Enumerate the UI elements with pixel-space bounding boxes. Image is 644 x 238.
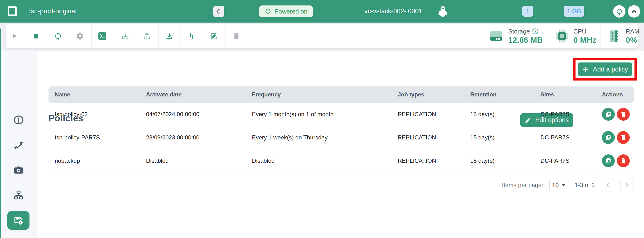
column-header-name: Name [48, 86, 140, 103]
policy-name: fsn-policy-02 [48, 103, 140, 126]
cpu-value: 0 MHz [573, 36, 596, 45]
help-icon[interactable]: ? [532, 28, 538, 34]
policy-sites: DC-PAR7S [534, 126, 596, 149]
edit-policy-button[interactable] [602, 131, 615, 144]
pagination-range: 1-3 of 3 [574, 182, 595, 189]
sidebar-item-snapshots[interactable] [7, 161, 30, 179]
pagination: Items per page: 10 1-3 of 3 [502, 178, 634, 192]
storage-label: Storage [508, 28, 530, 35]
trash-icon [620, 111, 627, 118]
toolbar-divider [91, 24, 92, 48]
table-row: fsn-policy-02 04/07/2024 00:00:00 Every … [48, 103, 634, 126]
policy-save-gear-icon [13, 215, 24, 226]
swap-resize-button[interactable] [183, 24, 200, 48]
table-row: fsn-policy-PAR7S 28/09/2023 00:00:00 Eve… [48, 126, 634, 149]
sidebar-item-info[interactable] [7, 111, 30, 129]
policies-table: Name Activate date Frequency Job types R… [48, 86, 634, 172]
chevron-right-icon [624, 182, 630, 188]
delete-policy-button[interactable] [617, 108, 630, 121]
policy-name: nobackup [48, 149, 140, 172]
import-button[interactable] [117, 24, 134, 48]
policy-sites: DC-PAR7S [534, 103, 596, 126]
policy-job-types: REPLICATION [392, 149, 464, 172]
column-header-sites: Sites [534, 86, 596, 103]
cpu-count-badge: 1 [522, 6, 533, 17]
ram-icon [608, 29, 621, 43]
storage-value: 12.06 MB [508, 36, 543, 45]
ram-value: 0% [626, 36, 640, 45]
next-page-button[interactable] [620, 178, 634, 192]
svg-text:?: ? [534, 29, 536, 33]
policy-job-types: REPLICATION [392, 126, 464, 149]
toolbar-divider [203, 24, 203, 48]
power-icon [264, 8, 272, 15]
toolbar-divider [226, 24, 226, 48]
policy-frequency: Every 1 month(s) on 1 of month [246, 103, 392, 126]
column-header-frequency: Frequency [246, 86, 392, 103]
settings-button[interactable] [72, 24, 88, 48]
policy-retention: 15 day(s) [464, 103, 534, 126]
collapse-panel-button[interactable] [628, 5, 640, 17]
sidebar-item-backups[interactable] [7, 236, 30, 238]
console-button[interactable] [94, 24, 110, 48]
delete-vm-button[interactable] [228, 24, 245, 48]
column-header-retention: Retention [464, 86, 534, 103]
table-header-row: Name Activate date Frequency Job types R… [48, 86, 634, 103]
linux-penguin-icon [437, 5, 448, 18]
save-copy-icon [605, 157, 612, 164]
camera-icon [13, 165, 24, 175]
storage-stat: Storage ? 12.06 MB [489, 24, 543, 48]
policy-activate-date: 04/07/2024 00:00:00 [140, 103, 246, 126]
column-header-job-types: Job types [392, 86, 464, 103]
cable-icon [13, 140, 24, 150]
sidebar-item-network[interactable] [7, 186, 30, 204]
restart-button[interactable] [50, 24, 66, 48]
save-copy-icon [605, 134, 612, 141]
play-button[interactable] [6, 24, 22, 48]
info-icon [13, 115, 24, 125]
cpu-chip-icon [555, 29, 568, 43]
caret-down-icon [562, 184, 566, 187]
policy-retention: 15 day(s) [464, 126, 534, 149]
save-copy-icon [605, 111, 612, 118]
sidebar-item-backup-policies[interactable] [7, 211, 30, 230]
alerts-count-badge: 0 [213, 6, 224, 17]
policy-job-types: REPLICATION [392, 103, 464, 126]
sidebar-item-devices[interactable] [7, 136, 30, 154]
page-size-select[interactable]: 10 [549, 178, 568, 192]
cpu-label: CPU [573, 28, 596, 35]
policies-panel: Policies Edit options Add a policy Name … [37, 51, 644, 238]
annotation-highlight [573, 58, 637, 80]
sync-icon [616, 7, 623, 15]
trash-icon [620, 134, 627, 141]
previous-page-button[interactable] [601, 178, 614, 192]
stop-button[interactable] [28, 24, 44, 48]
policy-activate-date: 28/09/2023 00:00:00 [140, 126, 246, 149]
edit-vm-button[interactable] [206, 24, 222, 48]
edit-policy-button[interactable] [602, 154, 615, 167]
policy-retention: 15 day(s) [464, 149, 534, 172]
edit-policy-button[interactable] [602, 108, 615, 121]
power-status-badge: Powered on [259, 5, 313, 17]
policy-sites: DC-PAR7S [534, 149, 596, 172]
export-button[interactable] [139, 24, 155, 48]
vm-select-checkbox[interactable] [8, 6, 17, 16]
trash-icon [620, 158, 627, 164]
download-button[interactable] [161, 24, 178, 48]
vm-sidebar [0, 51, 37, 238]
items-per-page-label: Items per page: [502, 182, 544, 189]
ram-label: RAM [626, 28, 640, 35]
column-header-actions: Actions [596, 86, 634, 103]
delete-policy-button[interactable] [617, 131, 630, 144]
policy-frequency: Every 1 week(s) on Thursday [246, 126, 392, 149]
ram-size-badge: 1 GB [564, 6, 584, 17]
power-status-label: Powered on [274, 8, 308, 15]
stats-divider [600, 24, 600, 48]
delete-policy-button[interactable] [617, 154, 630, 167]
chevron-left-icon [604, 182, 611, 188]
vm-name: fsn-prod-original [29, 0, 76, 22]
vm-toolbar: Storage ? 12.06 MB CPU 0 MHz [6, 24, 638, 48]
sitemap-icon [13, 190, 24, 200]
refresh-button[interactable] [613, 5, 626, 17]
left-accent-strip [0, 28, 1, 238]
